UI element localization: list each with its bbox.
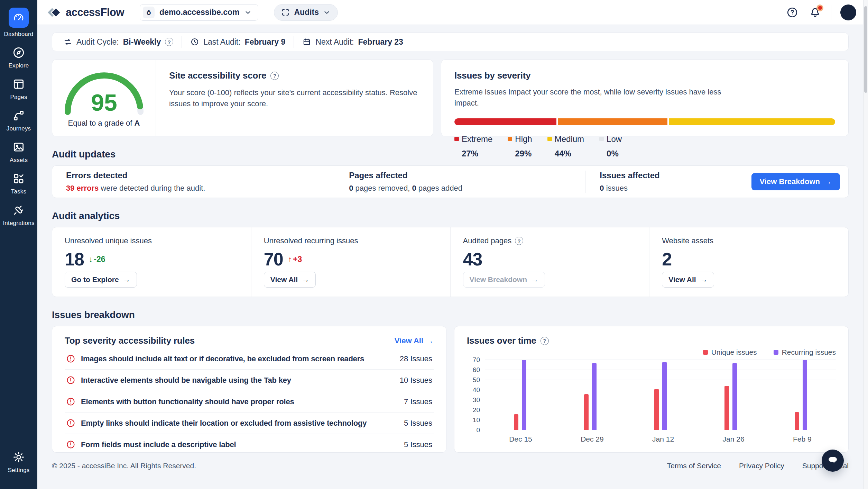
sidebar-item-journeys[interactable]: Journeys <box>7 109 31 132</box>
section-picker-label: Audits <box>294 8 319 17</box>
notification-badge <box>816 4 823 11</box>
last-audit: Last Audit: February 9 <box>182 37 294 47</box>
page-content: Audit Cycle: Bi-Weekly ? Last Audit: Feb… <box>37 25 868 489</box>
sidebar-item-assets[interactable]: Assets <box>10 141 28 164</box>
severity-segment-medium <box>669 118 835 125</box>
bar-recurring-issues <box>522 360 526 430</box>
severity-legend-item: High 29% <box>508 134 532 159</box>
issues-over-time-card: Issues over time ? Unique issuesRecurrin… <box>454 326 849 453</box>
sidebar-items: Dashboard Explore Pages Journeys Assets … <box>3 0 34 451</box>
sidebar-item-pages[interactable]: Pages <box>10 78 27 101</box>
severity-segment-extreme <box>454 118 556 125</box>
arrow-right-icon: → <box>531 275 538 284</box>
sidebar-item-label: Pages <box>10 94 27 101</box>
help-circle-icon[interactable]: ? <box>165 38 173 46</box>
rules-card-title: Top severity accessibility rules <box>65 335 195 346</box>
issues-breakdown-heading: Issues breakdown <box>52 309 849 320</box>
rule-row[interactable]: Form fields must include a descriptive l… <box>65 434 434 455</box>
chart-legend-item: Recurring issues <box>774 348 836 356</box>
chart-plot-area <box>485 360 836 430</box>
footer-link-terms-of-service[interactable]: Terms of Service <box>667 462 721 470</box>
domain-name: demo.accessibe.com <box>159 8 239 17</box>
alert-circle-icon <box>66 440 75 449</box>
analytics-value: 2 <box>662 249 672 270</box>
severity-stacked-bar <box>454 118 835 125</box>
rule-row[interactable]: Empty links should indicate their locati… <box>65 412 434 434</box>
sidebar-item-explore[interactable]: Explore <box>8 46 29 69</box>
sidebar-item-settings[interactable]: Settings <box>8 451 29 474</box>
y-tick-label: 10 <box>473 416 480 424</box>
rule-issue-count: 5 Issues <box>404 440 432 449</box>
footer-links: Terms of ServicePrivacy PolicySupport Po… <box>667 462 849 470</box>
view-breakdown-button[interactable]: View Breakdown→ <box>751 173 840 190</box>
arrow-right-icon: → <box>302 275 309 284</box>
help-circle-icon[interactable]: ? <box>515 237 523 245</box>
scrollbar-thumb[interactable] <box>864 6 867 93</box>
analytics-action-button[interactable]: View All → <box>662 272 714 288</box>
legend-swatch-icon <box>703 350 708 355</box>
help-circle-icon[interactable]: ? <box>541 337 549 345</box>
arrow-right-icon: → <box>123 275 130 284</box>
copyright-text: © 2025 - accessiBe Inc. All Rights Reser… <box>52 462 196 470</box>
analytics-action-button[interactable]: Go to Explore → <box>65 272 137 288</box>
bar-recurring-issues <box>592 363 597 430</box>
severity-card: Issues by severity Extreme issues impact… <box>441 60 849 136</box>
window-scrollbar[interactable] <box>863 0 868 489</box>
y-tick-label: 50 <box>473 376 480 384</box>
score-caption: Equal to a grade of A <box>68 119 140 128</box>
help-circle-icon[interactable]: ? <box>270 72 279 80</box>
analytics-action-button[interactable]: View All → <box>264 272 316 288</box>
chevron-down-icon <box>244 9 252 16</box>
user-avatar[interactable] <box>840 4 856 20</box>
brand-name: accessFlow <box>66 6 124 19</box>
chart-card-title: Issues over time <box>467 335 536 346</box>
bar-unique-issues <box>584 394 589 430</box>
rule-row[interactable]: Images should include alt text or if dec… <box>65 348 434 369</box>
domain-selector[interactable]: ŏ demo.accessibe.com <box>140 4 258 21</box>
pages-icon <box>12 78 25 91</box>
error-count: 39 errors <box>66 184 99 192</box>
notifications-button[interactable] <box>808 6 822 19</box>
analytics-value: 70 <box>264 249 283 270</box>
site-favicon-icon: ŏ <box>143 7 155 18</box>
audit-analytics-heading: Audit analytics <box>52 210 849 221</box>
x-tick-label: Jan 12 <box>652 435 674 443</box>
sidebar-item-tasks[interactable]: Tasks <box>11 172 26 195</box>
x-tick-label: Feb 9 <box>793 435 812 443</box>
analytics-action-button[interactable]: View Breakdown → <box>463 272 545 288</box>
arrow-right-icon: → <box>700 275 708 284</box>
bar-unique-issues <box>654 389 659 430</box>
rule-text: Images should include alt text or if dec… <box>81 354 394 363</box>
rule-issue-count: 10 Issues <box>400 376 432 385</box>
sidebar-item-label: Integrations <box>3 220 34 227</box>
bar-unique-issues <box>795 412 799 430</box>
sidebar-item-dashboard[interactable]: Dashboard <box>4 8 34 38</box>
severity-percentage: 29% <box>508 149 532 159</box>
severity-card-title: Issues by severity <box>454 70 530 81</box>
legend-swatch-icon <box>547 137 552 141</box>
delta-badge: ↓ -26 <box>89 255 105 264</box>
rules-view-all-link[interactable]: View All→ <box>395 336 434 345</box>
delta-badge: ↑ +3 <box>288 255 302 264</box>
x-tick-label: Jan 26 <box>723 435 745 443</box>
bar-recurring-issues <box>662 362 667 430</box>
x-tick-label: Dec 29 <box>581 435 604 443</box>
chat-widget-button[interactable] <box>822 450 844 472</box>
score-info: Site accessibility score ? Your score (0… <box>156 60 433 136</box>
section-picker-audits[interactable]: Audits <box>274 4 338 21</box>
help-button[interactable] <box>785 6 799 19</box>
page-footer: © 2025 - accessiBe Inc. All Rights Reser… <box>52 462 849 470</box>
audit-updates-card: Errors detected 39 errors were detected … <box>52 165 849 198</box>
bar-groups <box>485 360 836 430</box>
help-circle-icon <box>786 7 798 18</box>
bar-group-jan-26 <box>724 360 737 430</box>
footer-link-privacy-policy[interactable]: Privacy Policy <box>739 462 784 470</box>
chart-legend-item: Unique issues <box>703 348 757 356</box>
scan-frame-icon <box>281 8 290 17</box>
rule-row[interactable]: Interactive elements should be navigable… <box>65 369 434 391</box>
analytics-value: 18 <box>65 249 84 270</box>
score-gauge: 95 Equal to a grade of A <box>52 60 156 136</box>
sidebar-item-integrations[interactable]: Integrations <box>3 203 34 227</box>
next-audit: Next Audit: February 23 <box>294 37 412 47</box>
rule-row[interactable]: Elements with button functionality shoul… <box>65 391 434 412</box>
